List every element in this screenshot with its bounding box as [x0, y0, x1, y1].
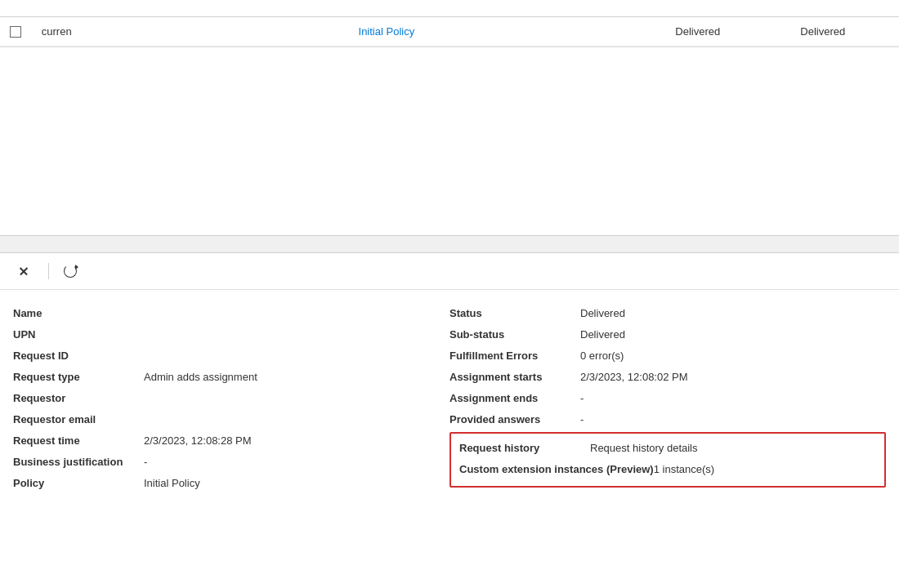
details-grid: Name UPN Request ID Request type Admin a… — [0, 290, 899, 507]
detail-label: Business justification — [13, 456, 144, 468]
row-checkbox-cell[interactable] — [0, 17, 32, 47]
detail-row: Request time 2/3/2023, 12:08:28 PM — [13, 430, 450, 452]
substatus-column-header — [790, 0, 899, 17]
detail-row: Status Delivered — [450, 303, 886, 324]
left-details-col: Name UPN Request ID Request type Admin a… — [13, 303, 450, 494]
cancel-icon — [18, 265, 29, 277]
highlighted-link[interactable]: 1 instance(s) — [654, 463, 714, 475]
detail-row: Request type Admin adds assignment — [13, 367, 450, 388]
detail-value: 0 error(s) — [580, 350, 624, 362]
detail-label: Request ID — [13, 350, 144, 362]
highlighted-detail-row: Request history Request history details — [459, 439, 876, 460]
detail-label: Fulfillment Errors — [450, 350, 580, 362]
status-column-header — [665, 0, 790, 17]
detail-value: Delivered — [580, 328, 625, 341]
detail-label: Requestor email — [13, 413, 144, 425]
detail-value: 2/3/2023, 12:08:02 PM — [580, 371, 688, 383]
detail-label: Status — [450, 307, 580, 319]
name-column-header — [32, 0, 349, 17]
reprocess-icon — [64, 265, 77, 278]
assignments-table-section: curren Initial Policy Delivered Delivere… — [0, 0, 899, 47]
row-substatus: Delivered — [790, 17, 899, 47]
highlighted-detail-row: Custom extension instances (Preview) 1 i… — [459, 460, 876, 481]
policy-column-header — [349, 0, 666, 17]
row-name: curren — [32, 17, 349, 47]
right-details-col: Status Delivered Sub-status Delivered Fu… — [450, 303, 886, 494]
reprocess-request-button[interactable] — [59, 261, 86, 281]
cancel-request-button[interactable] — [13, 262, 38, 280]
policy-link[interactable]: Initial Policy — [359, 25, 415, 38]
request-details-header — [0, 235, 899, 253]
detail-label: Assignment starts — [450, 371, 580, 383]
assignments-table: curren Initial Policy Delivered Delivere… — [0, 0, 899, 47]
detail-value: 2/3/2023, 12:08:28 PM — [144, 434, 252, 447]
detail-row: Name — [13, 303, 450, 324]
checkbox-header — [0, 0, 32, 17]
detail-label: Provided answers — [450, 413, 580, 425]
detail-label: UPN — [13, 328, 144, 341]
detail-label: Requestor — [13, 392, 144, 404]
highlighted-label: Custom extension instances (Preview) — [459, 463, 654, 475]
detail-value: - — [580, 413, 584, 425]
row-status: Delivered — [665, 17, 790, 47]
detail-row: Business justification - — [13, 452, 450, 473]
detail-value: - — [144, 456, 147, 468]
highlighted-label: Request history — [459, 442, 590, 454]
detail-row: Assignment starts 2/3/2023, 12:08:02 PM — [450, 367, 886, 388]
detail-label: Sub-status — [450, 328, 580, 341]
detail-row: Assignment ends - — [450, 388, 886, 409]
detail-row: Fulfillment Errors 0 error(s) — [450, 345, 886, 367]
row-policy[interactable]: Initial Policy — [349, 17, 666, 47]
detail-row: Request ID — [13, 345, 450, 367]
detail-row: Provided answers - — [450, 409, 886, 430]
detail-value: - — [580, 392, 584, 404]
table-row: curren Initial Policy Delivered Delivere… — [0, 17, 899, 47]
detail-row: Policy Initial Policy — [13, 473, 450, 494]
detail-row: Requestor — [13, 388, 450, 409]
detail-row: Sub-status Delivered — [450, 324, 886, 345]
detail-label: Request time — [13, 434, 144, 447]
detail-label: Policy — [13, 477, 144, 489]
highlighted-link[interactable]: Request history details — [590, 442, 698, 454]
detail-label: Assignment ends — [450, 392, 580, 404]
detail-label: Name — [13, 307, 144, 319]
empty-content-area — [0, 47, 899, 235]
detail-row: Requestor email — [13, 409, 450, 430]
row-checkbox[interactable] — [10, 26, 21, 38]
detail-value: Delivered — [580, 307, 625, 319]
highlighted-details-box: Request history Request history details … — [450, 432, 886, 488]
detail-value: Admin adds assignment — [144, 371, 257, 383]
detail-label: Request type — [13, 371, 144, 383]
action-separator — [48, 263, 49, 279]
action-bar — [0, 253, 899, 290]
policy-detail-link[interactable]: Initial Policy — [144, 477, 200, 489]
detail-row: UPN — [13, 324, 450, 345]
